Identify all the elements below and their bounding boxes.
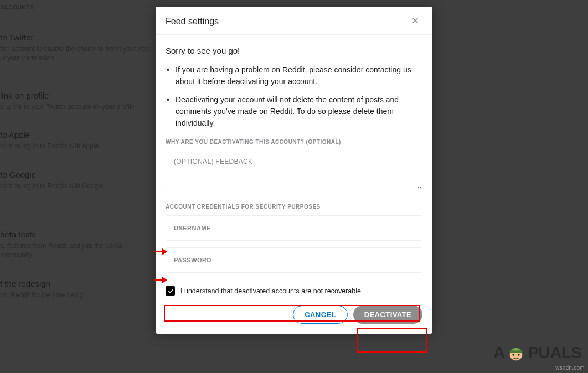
annotation-arrow-icon <box>154 248 167 255</box>
credentials-label: ACCOUNT CREDENTIALS FOR SECURITY PURPOSE… <box>166 204 422 210</box>
info-bullets: If you are having a problem on Reddit, p… <box>166 64 422 129</box>
modal-backdrop: Feed settings Sorry to see you go! If yo… <box>0 0 588 373</box>
understand-checkbox[interactable] <box>166 286 175 296</box>
password-field[interactable] <box>166 247 422 273</box>
understand-checkbox-row[interactable]: I understand that deactivated accounts a… <box>166 286 422 296</box>
lead-text: Sorry to see you go! <box>166 46 422 55</box>
bullet-item: Deactivating your account will not delet… <box>166 94 422 129</box>
understand-label: I understand that deactivated accounts a… <box>180 287 361 295</box>
svg-rect-1 <box>510 350 523 353</box>
modal-header: Feed settings <box>156 7 432 35</box>
logo-letter: A <box>493 343 505 362</box>
feedback-input[interactable] <box>166 151 422 189</box>
bullet-item: If you are having a problem on Reddit, p… <box>166 64 422 87</box>
appuals-logo: A PUALS <box>493 342 581 363</box>
watermark-text: wsxdn.com <box>555 365 585 371</box>
modal-body: Sorry to see you go! If you are having a… <box>156 35 432 334</box>
modal-actions: CANCEL DEACTIVATE <box>166 305 422 324</box>
close-icon[interactable] <box>408 14 422 29</box>
annotation-arrow-icon <box>154 277 167 283</box>
why-label: WHY ARE YOU DEACTIVATING THIS ACCOUNT? (… <box>166 139 422 145</box>
deactivate-modal: Feed settings Sorry to see you go! If yo… <box>156 7 432 334</box>
modal-title: Feed settings <box>166 17 219 27</box>
deactivate-button[interactable]: DEACTIVATE <box>353 305 422 324</box>
svg-point-3 <box>518 354 520 356</box>
logo-mascot-icon <box>506 342 527 363</box>
cancel-button[interactable]: CANCEL <box>293 305 348 324</box>
svg-point-2 <box>513 354 515 356</box>
logo-text: PUALS <box>528 343 581 362</box>
username-field[interactable] <box>166 215 422 241</box>
